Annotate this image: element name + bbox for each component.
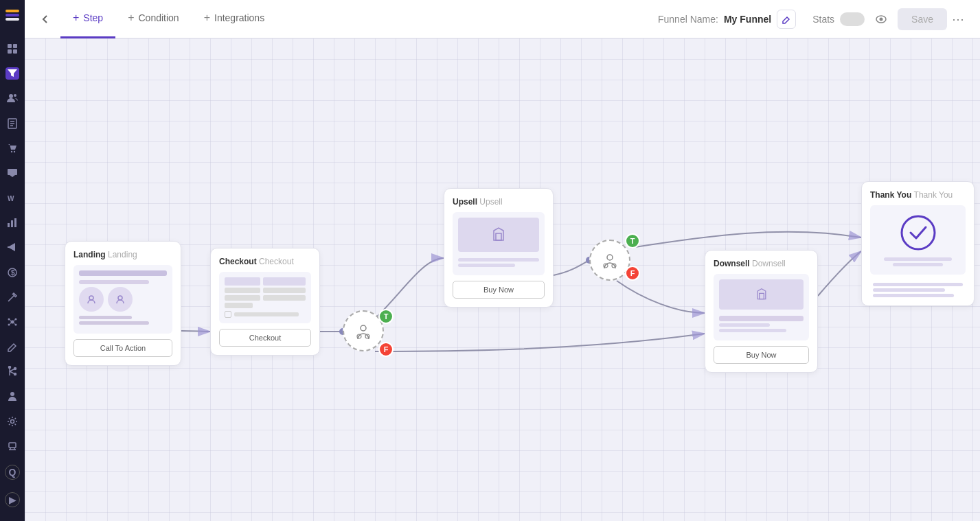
condition2-false-badge: F xyxy=(625,266,640,281)
tab-condition-label: Condition xyxy=(139,12,179,23)
svg-point-14 xyxy=(14,151,15,152)
svg-rect-18 xyxy=(14,218,16,227)
svg-point-36 xyxy=(14,373,16,375)
funnel-name-value: My Funnel xyxy=(724,14,771,25)
sidebar-item-products[interactable] xyxy=(5,142,19,154)
tab-step-plus: + xyxy=(73,12,79,24)
node-upsell-preview xyxy=(453,212,545,275)
sidebar-item-branching[interactable] xyxy=(5,365,19,378)
node-downsell-cta[interactable]: Buy Now xyxy=(714,346,809,364)
sidebar-item-feedback[interactable] xyxy=(5,167,19,179)
svg-line-30 xyxy=(14,323,15,325)
svg-rect-3 xyxy=(8,44,12,48)
condition-node-1[interactable] xyxy=(343,310,384,351)
svg-text:$: $ xyxy=(11,269,15,277)
preview-button[interactable] xyxy=(870,8,892,30)
node-downsell[interactable]: Downsell Downsell Buy Now xyxy=(705,250,818,373)
tab-condition[interactable]: + Condition xyxy=(115,0,192,38)
sidebar-item-tools[interactable] xyxy=(5,291,19,303)
svg-point-8 xyxy=(14,94,16,97)
sidebar-item-account[interactable] xyxy=(5,390,19,402)
node-landing-title: Landing Landing xyxy=(73,250,172,259)
svg-point-48 xyxy=(89,296,93,300)
svg-rect-1 xyxy=(5,14,19,16)
canvas-inner: Landing Landing C xyxy=(25,38,980,521)
sidebar-item-users[interactable] xyxy=(5,92,19,104)
node-landing[interactable]: Landing Landing C xyxy=(65,241,181,366)
funnel-name-area: Funnel Name: My Funnel xyxy=(658,10,796,29)
node-checkout-cta[interactable]: Checkout xyxy=(219,329,311,347)
sidebar-logo[interactable] xyxy=(4,7,21,26)
svg-point-50 xyxy=(361,325,366,331)
node-downsell-preview xyxy=(714,274,809,340)
stats-toggle[interactable] xyxy=(840,12,865,26)
more-menu-button[interactable]: ⋯ xyxy=(947,8,969,30)
main-area: + Step + Condition + Integrations Funnel… xyxy=(25,0,980,521)
svg-point-34 xyxy=(9,367,11,369)
svg-point-23 xyxy=(8,318,10,320)
stats-area: Stats xyxy=(812,12,865,26)
sidebar-item-help[interactable]: Q xyxy=(5,465,20,480)
canvas[interactable]: Landing Landing C xyxy=(25,38,980,521)
svg-point-38 xyxy=(11,419,14,423)
svg-point-13 xyxy=(11,151,12,152)
svg-rect-0 xyxy=(5,10,19,12)
sidebar-item-integrations[interactable] xyxy=(5,316,19,328)
svg-point-60 xyxy=(902,216,935,249)
svg-point-7 xyxy=(9,94,13,98)
sidebar: W $ Q ▶ xyxy=(0,0,25,521)
svg-marker-59 xyxy=(759,293,764,299)
tab-step-label: Step xyxy=(83,12,103,23)
svg-rect-6 xyxy=(13,49,17,54)
svg-rect-4 xyxy=(13,44,17,48)
svg-marker-53 xyxy=(494,228,503,240)
sidebar-item-plugin[interactable] xyxy=(5,440,19,452)
sidebar-item-woo[interactable]: W xyxy=(5,192,19,204)
svg-point-22 xyxy=(11,320,14,323)
svg-marker-58 xyxy=(757,289,766,299)
svg-text:W: W xyxy=(8,195,14,202)
node-thankyou[interactable]: Thank You Thank You xyxy=(861,181,975,306)
tab-integrations[interactable]: + Integrations xyxy=(192,0,277,38)
condition1-false-badge: F xyxy=(378,342,394,357)
svg-point-26 xyxy=(15,323,17,325)
node-landing-cta[interactable]: Call To Action xyxy=(73,339,172,357)
node-checkout[interactable]: Checkout Checkout xyxy=(210,248,320,356)
save-button[interactable]: Save xyxy=(898,8,947,30)
sidebar-bottom: Q ▶ xyxy=(5,465,20,514)
sidebar-item-billing[interactable]: $ xyxy=(5,266,19,279)
condition-node-2[interactable] xyxy=(589,240,630,281)
sidebar-item-grid[interactable] xyxy=(5,43,19,55)
sidebar-item-analytics[interactable] xyxy=(5,216,19,229)
funnel-name-label: Funnel Name: xyxy=(658,14,718,25)
sidebar-item-pen[interactable] xyxy=(5,340,19,353)
node-thankyou-title: Thank You Thank You xyxy=(870,190,966,200)
sidebar-item-pages[interactable] xyxy=(5,117,19,130)
tab-step[interactable]: + Step xyxy=(60,0,115,38)
svg-rect-17 xyxy=(11,220,13,227)
sidebar-item-marketing[interactable] xyxy=(5,241,19,253)
node-landing-preview xyxy=(73,265,172,334)
sidebar-item-settings[interactable] xyxy=(5,415,19,428)
node-checkout-title: Checkout Checkout xyxy=(219,257,311,266)
topbar-tabs: + Step + Condition + Integrations xyxy=(60,0,277,38)
stats-label: Stats xyxy=(812,14,834,25)
funnel-name-edit-button[interactable] xyxy=(777,10,796,29)
svg-point-24 xyxy=(15,318,17,320)
svg-point-37 xyxy=(10,392,14,396)
node-upsell[interactable]: Upsell Upsell Buy Now xyxy=(444,188,554,308)
sidebar-item-play[interactable]: ▶ xyxy=(5,492,20,507)
svg-point-49 xyxy=(118,296,122,300)
svg-point-44 xyxy=(880,17,883,21)
back-button[interactable] xyxy=(36,10,55,29)
svg-line-27 xyxy=(10,319,12,321)
tab-integrations-plus: + xyxy=(204,12,210,24)
sidebar-item-funnel[interactable] xyxy=(5,67,19,80)
topbar: + Step + Condition + Integrations Funnel… xyxy=(25,0,980,38)
svg-point-55 xyxy=(607,255,613,260)
svg-rect-19 xyxy=(8,246,10,248)
node-upsell-cta[interactable]: Buy Now xyxy=(453,281,545,299)
svg-rect-39 xyxy=(9,443,16,448)
svg-point-25 xyxy=(8,323,10,325)
svg-marker-54 xyxy=(496,233,501,240)
